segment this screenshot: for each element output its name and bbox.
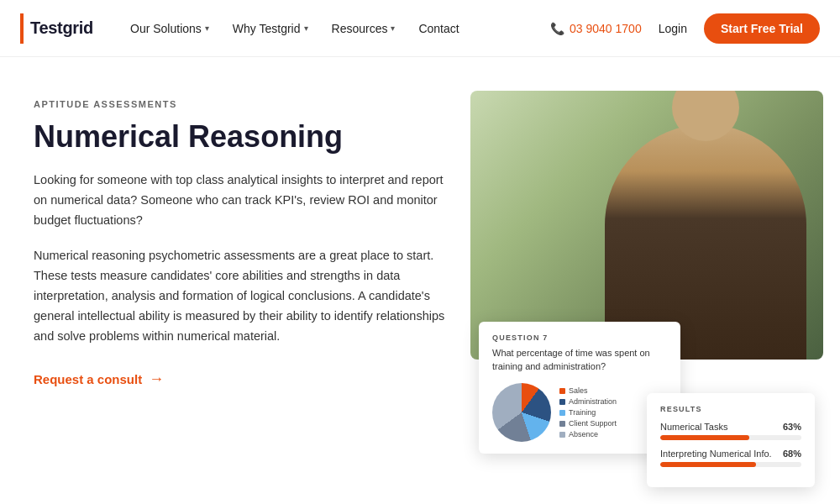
description-1: Looking for someone with top class analy… bbox=[34, 171, 454, 231]
results-card: RESULTS Numerical Tasks 63% Interpreting… bbox=[647, 393, 815, 487]
login-link[interactable]: Login bbox=[659, 22, 687, 35]
legend-item-sales: Sales bbox=[559, 386, 617, 395]
progress-bar-bg-1 bbox=[660, 435, 801, 440]
nav-item-why[interactable]: Why Testgrid ▾ bbox=[223, 15, 318, 42]
phone-icon: 📞 bbox=[550, 22, 564, 35]
question-text: What percentage of time was spent on tra… bbox=[492, 347, 667, 373]
legend-dot-sales bbox=[559, 388, 565, 394]
logo-text: Testgrid bbox=[30, 18, 93, 38]
arrow-right-icon: → bbox=[149, 370, 164, 388]
progress-bar-fill-1 bbox=[660, 435, 749, 440]
legend-item-absence: Absence bbox=[559, 430, 617, 438]
logo-bar bbox=[20, 13, 24, 44]
legend-dot-absence bbox=[559, 432, 565, 438]
page-title: Numerical Reasoning bbox=[34, 119, 454, 154]
result-item-2: Interpreting Numerical Info. 68% bbox=[660, 449, 801, 467]
start-free-trial-button[interactable]: Start Free Trial bbox=[704, 13, 820, 44]
legend-item-client: Client Support bbox=[559, 419, 617, 428]
main-content: APTITUDE ASSESSMENTS Numerical Reasoning… bbox=[0, 57, 840, 504]
phone-number[interactable]: 📞 03 9040 1700 bbox=[550, 22, 642, 35]
header-right: 📞 03 9040 1700 Login Start Free Trial bbox=[550, 13, 820, 44]
legend-item-admin: Administration bbox=[559, 397, 617, 406]
chevron-down-icon: ▾ bbox=[304, 24, 308, 33]
hero-image bbox=[470, 91, 823, 360]
pie-chart bbox=[492, 383, 551, 442]
right-column: QUESTION 7 What percentage of time was s… bbox=[487, 91, 806, 504]
header: Testgrid Our Solutions ▾ Why Testgrid ▾ … bbox=[0, 0, 840, 57]
legend-item-training: Training bbox=[559, 408, 617, 417]
chart-legend: Sales Administration Training Client Sup… bbox=[559, 386, 617, 438]
nav-item-solutions[interactable]: Our Solutions ▾ bbox=[120, 15, 219, 42]
result-name-1: Numerical Tasks 63% bbox=[660, 422, 801, 432]
person-head bbox=[672, 91, 739, 141]
left-column: APTITUDE ASSESSMENTS Numerical Reasoning… bbox=[34, 91, 454, 504]
results-label: RESULTS bbox=[660, 405, 801, 413]
nav: Our Solutions ▾ Why Testgrid ▾ Resources… bbox=[120, 15, 550, 42]
legend-dot-admin bbox=[559, 399, 565, 405]
nav-item-resources[interactable]: Resources ▾ bbox=[322, 15, 406, 42]
pie-area: Sales Administration Training Client Sup… bbox=[492, 383, 667, 442]
result-name-2: Interpreting Numerical Info. 68% bbox=[660, 449, 801, 459]
question-label: QUESTION 7 bbox=[492, 333, 667, 342]
legend-dot-training bbox=[559, 410, 565, 416]
chevron-down-icon: ▾ bbox=[205, 24, 209, 33]
progress-bar-bg-2 bbox=[660, 462, 801, 467]
description-2: Numerical reasoning psychometric assessm… bbox=[34, 246, 454, 347]
nav-item-contact[interactable]: Contact bbox=[408, 15, 469, 42]
consult-link[interactable]: Request a consult → bbox=[34, 370, 164, 388]
progress-bar-fill-2 bbox=[660, 462, 756, 467]
legend-dot-client bbox=[559, 421, 565, 427]
section-label: APTITUDE ASSESSMENTS bbox=[34, 99, 454, 109]
chevron-down-icon: ▾ bbox=[391, 24, 395, 33]
logo[interactable]: Testgrid bbox=[20, 13, 93, 44]
result-item-1: Numerical Tasks 63% bbox=[660, 422, 801, 440]
